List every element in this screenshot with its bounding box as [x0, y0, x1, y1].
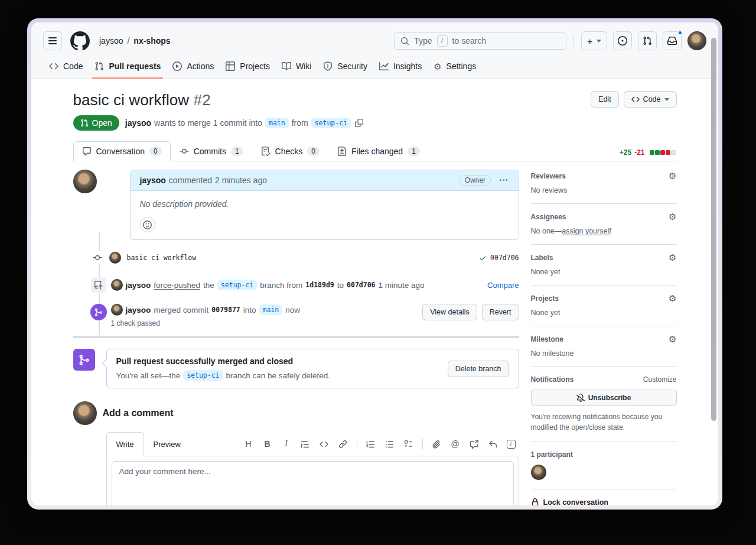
revert-button[interactable]: Revert	[482, 304, 519, 320]
tab-label: Files changed	[351, 147, 403, 156]
add-reaction-button[interactable]	[140, 217, 155, 232]
repo-nav-insights[interactable]: Insights	[373, 56, 428, 79]
scrollbar-thumb[interactable]	[711, 38, 716, 421]
bold-icon[interactable]: B	[262, 439, 273, 449]
tab-checks[interactable]: Checks 0	[252, 141, 328, 161]
customize-link[interactable]: Customize	[643, 375, 677, 384]
heading-icon[interactable]: H	[243, 439, 254, 449]
italic-icon[interactable]: I	[281, 439, 292, 449]
labels-value: None yet	[531, 268, 677, 276]
gear-icon[interactable]	[669, 253, 676, 262]
bell-slash-icon	[576, 394, 585, 402]
copy-icon[interactable]	[355, 119, 363, 127]
repo-nav-wiki[interactable]: Wiki	[276, 56, 317, 79]
gear-icon[interactable]	[669, 335, 676, 343]
notifications-section: Notifications Customize Unsubscribe You'…	[531, 367, 677, 442]
numbered-list-icon[interactable]	[366, 439, 376, 449]
reviewers-value: No reviews	[531, 186, 677, 194]
gear-icon[interactable]	[669, 294, 676, 303]
github-logo-icon[interactable]	[70, 31, 90, 51]
sha-from[interactable]: 1d189d9	[305, 281, 334, 289]
merged-sha[interactable]: 0079877	[211, 306, 240, 314]
create-new-button[interactable]: +	[581, 31, 607, 50]
issues-button[interactable]	[613, 31, 632, 50]
commit-sha[interactable]: 007d706	[490, 254, 519, 262]
repo-nav-actions[interactable]: Actions	[167, 56, 220, 79]
comment-author[interactable]: jaysoo	[140, 176, 166, 185]
force-pushed-link[interactable]: force-pushed	[154, 281, 200, 290]
attach-file-icon[interactable]	[431, 439, 442, 449]
repo-nav-security[interactable]: Security	[317, 56, 373, 79]
participants-label: 1 participant	[531, 450, 677, 459]
mention-icon[interactable]: @	[450, 439, 461, 449]
head-branch-label[interactable]: setup-ci	[311, 118, 351, 128]
compare-link[interactable]: Compare	[487, 281, 519, 290]
base-branch-label[interactable]: main	[265, 118, 289, 128]
commit-message[interactable]: basic ci workflow	[127, 254, 197, 262]
view-details-button[interactable]: View details	[422, 304, 477, 320]
head-branch-label[interactable]: setup-ci	[217, 280, 257, 290]
preview-tab[interactable]: Preview	[144, 432, 190, 456]
tab-counter: 0	[149, 147, 162, 156]
comment-author-avatar[interactable]	[73, 170, 97, 193]
delete-branch-button[interactable]: Delete branch	[448, 361, 509, 377]
cross-reference-icon[interactable]	[469, 439, 480, 449]
event-author[interactable]: jaysoo	[126, 281, 151, 290]
gear-icon[interactable]	[669, 171, 676, 180]
sha-to[interactable]: 007d706	[347, 281, 375, 289]
search-input[interactable]: Type / to search	[394, 32, 566, 50]
assign-yourself-link[interactable]: assign yourself	[562, 227, 611, 235]
repo-nav-projects[interactable]: Projects	[220, 56, 276, 79]
user-avatar[interactable]	[687, 31, 706, 50]
notifications-inbox-button[interactable]	[663, 31, 682, 50]
event-timestamp[interactable]: now	[285, 306, 300, 314]
tab-files-changed[interactable]: Files changed 1	[328, 141, 429, 161]
comment-timestamp[interactable]: 2 minutes ago	[215, 176, 267, 185]
event-author[interactable]: jaysoo	[126, 306, 151, 314]
task-list-icon[interactable]	[403, 439, 414, 449]
bullet-list-icon[interactable]	[384, 439, 395, 449]
comment-textarea[interactable]	[112, 461, 514, 505]
current-user-avatar[interactable]	[73, 401, 97, 425]
checks-summary[interactable]: 1 check passed	[111, 319, 301, 327]
edit-button[interactable]: Edit	[591, 91, 619, 108]
repo-nav-settings[interactable]: Settings	[428, 56, 482, 79]
diff-additions: +25	[620, 148, 631, 157]
labels-section: Labels None yet	[531, 245, 677, 286]
write-tab[interactable]: Write	[106, 432, 144, 456]
hamburger-menu-button[interactable]	[43, 31, 62, 50]
base-branch-label[interactable]: main	[259, 304, 283, 315]
merged-banner: Pull request successfully merged and clo…	[73, 349, 519, 388]
diff-block-neutral	[671, 150, 676, 155]
repo-nav-code[interactable]: Code	[43, 56, 89, 79]
commit-author-avatar[interactable]	[109, 252, 121, 264]
link-icon[interactable]	[338, 439, 348, 449]
participant-avatar[interactable]	[531, 465, 546, 480]
slash-commands-icon[interactable]: /	[507, 440, 516, 449]
code-icon[interactable]	[319, 439, 330, 449]
event-timestamp[interactable]: 1 minute ago	[379, 281, 425, 290]
lock-conversation-button[interactable]: Lock conversation	[531, 489, 677, 505]
gear-icon[interactable]	[669, 212, 676, 221]
tab-conversation[interactable]: Conversation 0	[73, 141, 171, 161]
event-author-avatar[interactable]	[111, 304, 123, 316]
diff-block-addition	[650, 150, 654, 155]
pr-author[interactable]: jaysoo	[125, 118, 151, 128]
checklist-icon	[261, 147, 271, 156]
kebab-menu-icon[interactable]	[500, 176, 509, 185]
saved-replies-icon[interactable]	[488, 439, 498, 449]
quote-icon[interactable]	[300, 439, 311, 449]
owner-badge: Owner	[460, 175, 491, 186]
event-author-avatar[interactable]	[111, 279, 123, 291]
repo-nav-label: Actions	[187, 61, 214, 71]
breadcrumb-repo[interactable]: nx-shops	[133, 36, 170, 46]
breadcrumb-owner[interactable]: jaysoo	[99, 36, 123, 46]
play-icon	[172, 61, 182, 71]
code-dropdown-button[interactable]: Code	[624, 91, 677, 108]
unsubscribe-button[interactable]: Unsubscribe	[531, 390, 677, 406]
tab-commits[interactable]: Commits 1	[171, 141, 252, 161]
pull-requests-button[interactable]	[638, 31, 657, 50]
repo-nav-pull-requests[interactable]: Pull requests	[89, 56, 167, 79]
head-branch-label[interactable]: setup-ci	[183, 370, 223, 381]
merge-sentence: jaysoo wants to merge 1 commit into main…	[125, 118, 363, 128]
